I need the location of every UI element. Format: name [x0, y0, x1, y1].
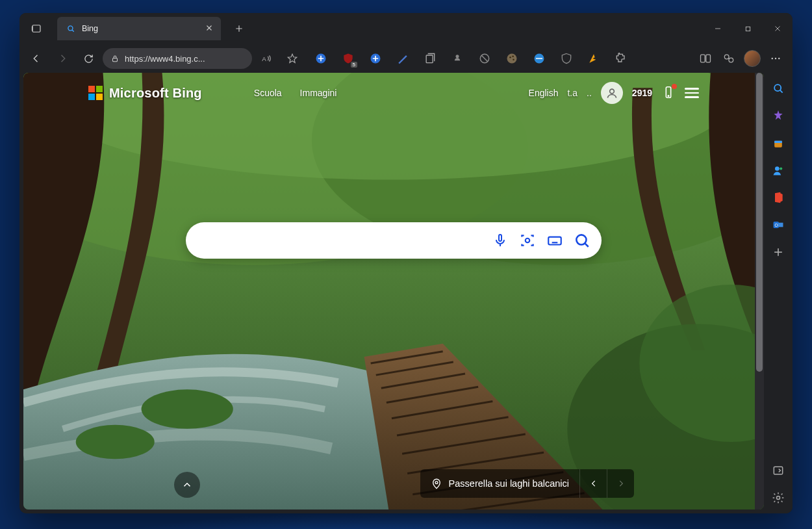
address-bar[interactable]: https://www4.bing.c...	[103, 48, 252, 69]
svg-point-28	[772, 58, 773, 59]
svg-point-2	[68, 26, 73, 31]
refresh-button[interactable]	[77, 47, 100, 70]
extension-icon[interactable]	[583, 48, 604, 69]
svg-point-67	[780, 167, 782, 170]
performance-button[interactable]	[717, 47, 741, 70]
back-button[interactable]	[25, 47, 48, 70]
hamburger-menu[interactable]	[685, 88, 699, 98]
image-search-icon[interactable]	[518, 231, 537, 250]
background-image	[23, 73, 764, 510]
svg-text:A: A	[262, 55, 266, 62]
search-box	[186, 222, 602, 259]
close-window-button[interactable]	[763, 14, 793, 43]
sidebar-shopping-icon[interactable]	[768, 133, 789, 153]
tab-close-button[interactable]	[205, 23, 213, 34]
more-menu-button[interactable]	[764, 47, 787, 70]
forward-button	[51, 47, 74, 70]
search-actions	[491, 231, 591, 250]
sidebar-outlook-icon[interactable]: O	[768, 214, 789, 235]
ublock-icon[interactable]: 5	[338, 48, 359, 69]
maximize-button[interactable]	[733, 14, 763, 43]
svg-line-60	[585, 243, 588, 246]
svg-point-30	[778, 58, 780, 59]
extension-icon[interactable]	[311, 48, 331, 69]
svg-rect-0	[32, 25, 40, 32]
language-toggle[interactable]: English	[529, 88, 559, 98]
account-avatar[interactable]	[601, 82, 623, 104]
account-hint[interactable]: t.a	[567, 88, 577, 98]
favorite-button[interactable]	[281, 47, 304, 70]
tab-overview-button[interactable]	[25, 17, 48, 40]
bing-logo-text: Microsoft Bing	[109, 86, 202, 101]
tab-title: Bing	[82, 24, 199, 33]
tab-bing[interactable]: Bing	[57, 17, 221, 40]
svg-marker-14	[288, 54, 297, 62]
ublock-badge: 5	[351, 62, 357, 68]
svg-line-3	[72, 30, 74, 32]
svg-point-35	[142, 389, 233, 429]
svg-point-61	[435, 482, 438, 484]
voice-search-icon[interactable]	[491, 231, 509, 250]
extension-icon[interactable]	[474, 48, 495, 69]
svg-rect-73	[774, 467, 782, 474]
sidebar-people-icon[interactable]	[768, 160, 789, 181]
bing-header: Microsoft Bing Scuola Immagini English t…	[88, 82, 699, 104]
keyboard-icon[interactable]	[546, 231, 564, 250]
svg-text:O: O	[775, 223, 778, 227]
extensions-menu-icon[interactable]	[611, 48, 631, 69]
image-caption[interactable]: Passerella sui laghi balcanici	[420, 469, 579, 498]
bing-tab-icon	[66, 24, 75, 33]
sidebar-discover-icon[interactable]	[768, 105, 789, 126]
search-submit-icon[interactable]	[573, 231, 591, 250]
sidebar-add-icon[interactable]	[768, 242, 789, 263]
microsoft-logo-icon	[88, 86, 103, 100]
extension-icon[interactable]	[529, 48, 550, 69]
window-controls	[703, 14, 793, 43]
header-right: English t.a .. 2919	[529, 82, 699, 104]
lock-icon	[110, 54, 120, 63]
svg-point-74	[777, 497, 780, 500]
svg-point-51	[668, 95, 668, 96]
expand-button[interactable]	[174, 472, 200, 498]
location-icon	[431, 478, 442, 489]
content-row: Microsoft Bing Scuola Immagini English t…	[19, 73, 793, 513]
svg-point-66	[775, 166, 780, 171]
svg-point-62	[774, 84, 781, 91]
page-scrollbar[interactable]	[755, 73, 764, 510]
minimize-button[interactable]	[703, 14, 733, 43]
extension-icon[interactable]	[392, 48, 413, 69]
browser-window: Bing https://www4.bing.c... A 5	[19, 13, 793, 513]
profile-avatar[interactable]	[741, 47, 764, 70]
sidebar-office-icon[interactable]	[768, 187, 789, 208]
svg-rect-65	[774, 141, 782, 143]
sidebar-search-icon[interactable]	[768, 78, 789, 99]
extension-icon[interactable]	[447, 48, 468, 69]
nav-immagini[interactable]: Immagini	[300, 88, 337, 98]
mobile-app-button[interactable]	[661, 85, 676, 101]
nav-scuola[interactable]: Scuola	[254, 88, 282, 98]
extension-icon[interactable]	[365, 48, 386, 69]
svg-rect-17	[426, 55, 433, 63]
svg-point-26	[724, 55, 729, 59]
svg-rect-54	[548, 237, 561, 245]
next-image-button[interactable]	[607, 469, 634, 498]
extension-icon[interactable]	[556, 48, 577, 69]
bing-logo[interactable]: Microsoft Bing	[88, 86, 202, 101]
sidebar-collapse-icon[interactable]	[768, 460, 789, 481]
extension-icon[interactable]	[501, 48, 522, 69]
split-screen-button[interactable]	[694, 47, 717, 70]
svg-rect-1	[32, 26, 33, 31]
svg-rect-70	[778, 223, 783, 227]
svg-rect-9	[746, 27, 750, 31]
svg-rect-25	[706, 55, 711, 62]
sidebar-settings-icon[interactable]	[768, 487, 789, 508]
search-input[interactable]	[199, 235, 491, 246]
rewards-points[interactable]: 2919	[632, 88, 652, 98]
read-aloud-button[interactable]: A	[255, 47, 278, 70]
new-tab-button[interactable]	[227, 17, 251, 40]
edge-sidebar: O	[764, 73, 793, 513]
svg-point-19	[507, 54, 517, 64]
collections-icon[interactable]	[420, 48, 440, 69]
prev-image-button[interactable]	[579, 469, 607, 498]
bing-homepage: Microsoft Bing Scuola Immagini English t…	[23, 73, 764, 510]
